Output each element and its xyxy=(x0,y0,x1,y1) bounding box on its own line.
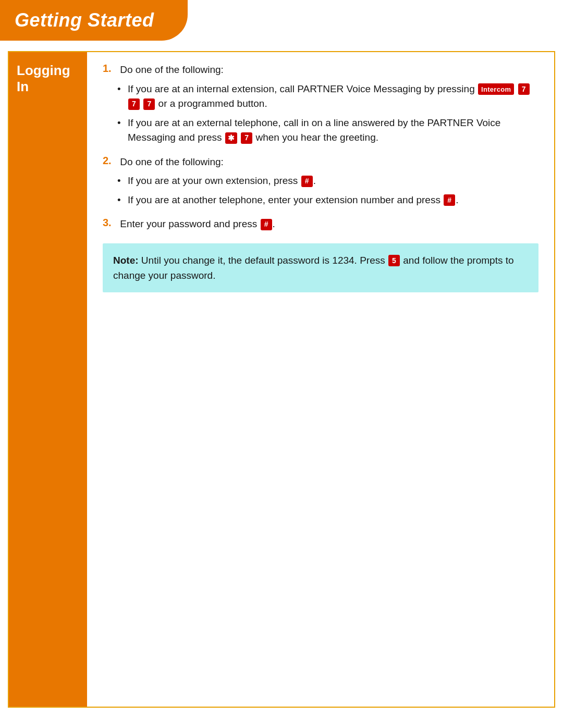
note-box: Note: Until you change it, the default p… xyxy=(103,243,538,293)
key-star: ✱ xyxy=(225,132,237,144)
bullet-2-1: If you are at your own extension, press … xyxy=(117,174,538,189)
sidebar-title: Logging In xyxy=(17,63,79,95)
bullet-2-2-text: If you are at another telephone, enter y… xyxy=(128,194,459,205)
content-box: Logging In 1. Do one of the following: I… xyxy=(8,51,555,708)
step-2-header: 2. Do one of the following: xyxy=(103,155,538,170)
step-2: 2. Do one of the following: If you are a… xyxy=(103,155,538,208)
step-3-text: Enter your password and press #. xyxy=(117,217,275,232)
key-7c: 7 xyxy=(143,98,155,110)
key-7d: 7 xyxy=(241,132,252,144)
note-bold: Note: xyxy=(113,255,139,266)
key-7b: 7 xyxy=(128,98,140,110)
step-3: 3. Enter your password and press #. xyxy=(103,217,538,232)
step-3-number: 3. xyxy=(103,217,117,229)
intercom-badge: Intercom xyxy=(478,83,514,95)
main-content: 1. Do one of the following: If you are a… xyxy=(87,52,554,707)
step-2-bullets: If you are at your own extension, press … xyxy=(117,174,538,207)
step-1: 1. Do one of the following: If you are a… xyxy=(103,63,538,145)
key-hash-a: # xyxy=(301,176,313,187)
step-1-number: 1. xyxy=(103,63,117,75)
bullet-1-2-text: If you are at an external telephone, cal… xyxy=(128,117,500,143)
step-3-header: 3. Enter your password and press #. xyxy=(103,217,538,232)
key-5: 5 xyxy=(388,255,400,266)
step-1-header: 1. Do one of the following: xyxy=(103,63,538,78)
page-wrapper: Getting Started Logging In 1. Do one of … xyxy=(0,0,563,728)
key-hash-c: # xyxy=(261,219,272,230)
step-2-number: 2. xyxy=(103,155,117,167)
note-text: Note: Until you change it, the default p… xyxy=(113,253,528,283)
bullet-1-2: If you are at an external telephone, cal… xyxy=(117,116,538,145)
page-header: Getting Started xyxy=(0,0,188,41)
bullet-1-1-text: If you are at an internal extension, cal… xyxy=(128,83,530,109)
step-2-intro: Do one of the following: xyxy=(117,155,224,170)
key-hash-b: # xyxy=(444,194,455,206)
sidebar: Logging In xyxy=(9,52,87,707)
key-7a: 7 xyxy=(518,83,530,95)
bullet-2-2: If you are at another telephone, enter y… xyxy=(117,193,538,208)
step-1-intro: Do one of the following: xyxy=(117,63,224,78)
bullet-2-1-text: If you are at your own extension, press … xyxy=(128,175,316,186)
step-1-bullets: If you are at an internal extension, cal… xyxy=(117,82,538,145)
bullet-1-1: If you are at an internal extension, cal… xyxy=(117,82,538,112)
page-title: Getting Started xyxy=(15,9,154,31)
